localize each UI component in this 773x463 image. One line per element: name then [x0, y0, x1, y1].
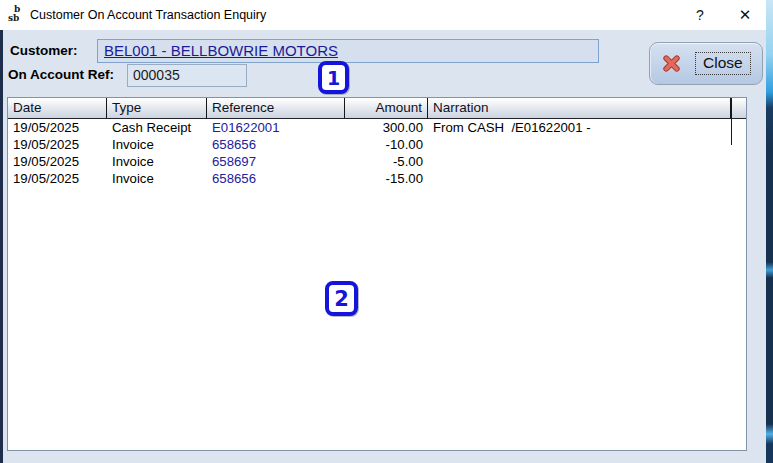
cell-type: Invoice — [107, 136, 207, 153]
transactions-table: Date Type Reference Amount Narration 19/… — [7, 97, 747, 451]
window-title: Customer On Account Transaction Enquiry — [30, 0, 266, 30]
cell-type: Invoice — [107, 153, 207, 170]
titlebar: b sb Customer On Account Transaction Enq… — [0, 0, 773, 30]
reference-link[interactable]: E01622001 — [207, 119, 345, 136]
table-header-row: Date Type Reference Amount Narration — [8, 98, 746, 119]
cell-amount: -15.00 — [345, 170, 428, 187]
cell-narration — [428, 153, 731, 170]
help-button[interactable]: ? — [685, 0, 715, 30]
customer-label: Customer: — [10, 43, 78, 58]
column-header-narration[interactable]: Narration — [428, 98, 731, 118]
cell-narration — [428, 170, 731, 187]
table-row[interactable]: 19/05/2025 Invoice 658656 -10.00 — [8, 136, 746, 153]
cell-type: Cash Receipt — [107, 119, 207, 136]
cell-date: 19/05/2025 — [8, 119, 107, 136]
customer-link-field[interactable]: BEL001 - BELLBOWRIE MOTORS — [97, 39, 599, 63]
cell-type: Invoice — [107, 170, 207, 187]
cell-amount: -10.00 — [345, 136, 428, 153]
close-button[interactable]: Close — [649, 42, 763, 85]
titlebar-close-button[interactable]: ✕ — [730, 0, 760, 30]
cell-narration: From CASH /E01622001 - — [428, 119, 731, 136]
cell-amount: 300.00 — [345, 119, 428, 136]
window-left-border — [0, 30, 3, 463]
cell-date: 19/05/2025 — [8, 153, 107, 170]
red-x-icon — [663, 55, 680, 72]
cell-date: 19/05/2025 — [8, 170, 107, 187]
reference-link[interactable]: 658656 — [207, 170, 345, 187]
table-row[interactable]: 19/05/2025 Invoice 658656 -15.00 — [8, 170, 746, 187]
reference-link[interactable]: 658656 — [207, 136, 345, 153]
app-icon: b sb — [7, 5, 25, 24]
app-icon-glyph-bottom: sb — [8, 14, 25, 23]
cell-amount: -5.00 — [345, 153, 428, 170]
column-header-reference[interactable]: Reference — [207, 98, 345, 118]
column-header-filler — [731, 98, 746, 118]
header-tail-divider — [731, 98, 732, 145]
cell-narration — [428, 136, 731, 153]
column-header-date[interactable]: Date — [8, 98, 107, 118]
column-header-amount[interactable]: Amount — [345, 98, 428, 118]
cell-date: 19/05/2025 — [8, 136, 107, 153]
dialog-window: b sb Customer On Account Transaction Enq… — [0, 0, 773, 463]
window-right-border — [766, 0, 773, 463]
close-button-label: Close — [695, 52, 751, 75]
on-account-ref-label: On Account Ref: — [8, 67, 114, 82]
table-row[interactable]: 19/05/2025 Cash Receipt E01622001 300.00… — [8, 119, 746, 136]
annotation-1: 1 — [318, 61, 349, 94]
on-account-ref-field[interactable]: 000035 — [127, 64, 247, 87]
column-header-type[interactable]: Type — [107, 98, 207, 118]
reference-link[interactable]: 658697 — [207, 153, 345, 170]
annotation-2: 2 — [325, 281, 358, 316]
table-row[interactable]: 19/05/2025 Invoice 658697 -5.00 — [8, 153, 746, 170]
